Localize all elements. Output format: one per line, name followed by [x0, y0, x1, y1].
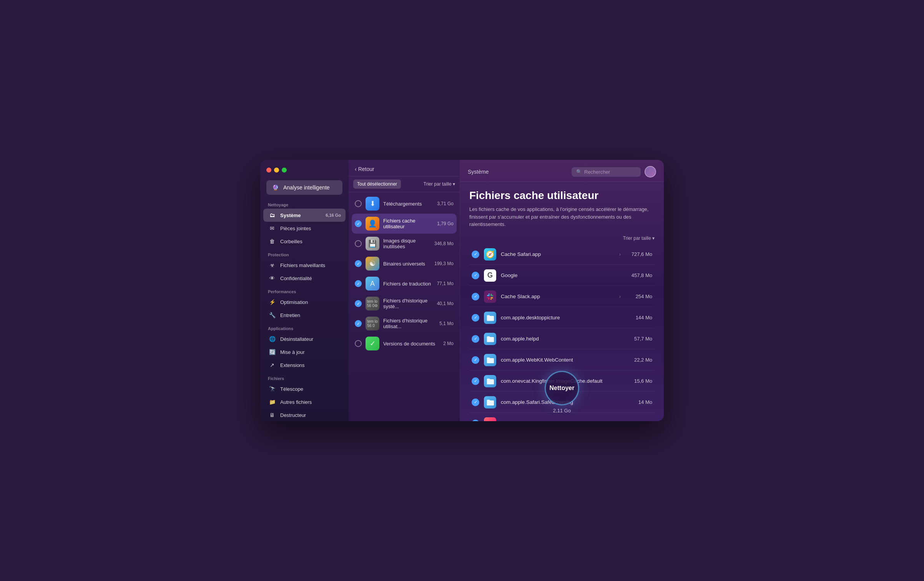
cache-item[interactable]: com.apple.helpd 57,7 Mo — [469, 329, 655, 349]
item-checkbox[interactable] — [355, 340, 362, 347]
pieces-icon: ✉ — [268, 224, 276, 232]
sidebar-item-pieces[interactable]: ✉ Pièces jointes — [263, 222, 346, 235]
cache-checkbox[interactable] — [472, 335, 479, 343]
telescope-icon: 🔭 — [268, 385, 276, 393]
middle-toolbar: Tout désélectionner Trier par taille ▾ — [349, 176, 460, 192]
sort-area: Trier par taille ▾ — [469, 234, 655, 241]
right-sort-button[interactable]: Trier par taille ▾ — [623, 236, 655, 241]
cache-item[interactable]: S Cache Setapp.app › 10,5 Mo — [469, 413, 655, 422]
cache-checkbox[interactable] — [472, 272, 479, 279]
list-item[interactable]: ⬇ Téléchargements 3,71 Go — [352, 194, 457, 214]
cache-item[interactable]: Cache Slack.app › 254 Mo — [469, 287, 655, 307]
item-size: 346,8 Mo — [434, 241, 454, 246]
telescope-label: Télescope — [280, 386, 303, 392]
cache-item[interactable]: 🧭 Cache Safari.app › 727,6 Mo — [469, 244, 655, 265]
cache-checkbox[interactable] — [472, 377, 479, 385]
item-checkbox[interactable] — [355, 200, 362, 207]
item-checkbox[interactable] — [355, 280, 362, 287]
close-button[interactable] — [266, 168, 271, 173]
search-bar[interactable]: 🔍 — [572, 167, 641, 177]
right-header: Système 🔍 — [460, 160, 664, 182]
cache-checkbox[interactable] — [472, 251, 479, 258]
back-button[interactable]: ‹ Retour — [355, 166, 374, 172]
sidebar-item-extensions[interactable]: ↗ Extensions — [263, 359, 346, 372]
section-label-protection: Protection — [263, 248, 346, 259]
list-item[interactable]: A Fichiers de traduction 77,1 Mo — [352, 274, 457, 294]
clean-button[interactable]: Nettoyer — [545, 371, 579, 405]
page-title: Fichiers cache utilisateur — [469, 189, 655, 202]
malveillants-icon: ☣ — [268, 261, 276, 269]
sidebar-item-optimisation[interactable]: ⚡ Optimisation — [263, 295, 346, 309]
chevron-right-icon: › — [619, 252, 621, 257]
cache-checkbox[interactable] — [472, 293, 479, 300]
sidebar-item-telescope[interactable]: 🔭 Télescope — [263, 382, 346, 395]
item-icon-history-user: tem lo56 0 — [366, 317, 379, 330]
cache-item[interactable]: com.apple.desktoppicture 144 Mo — [469, 308, 655, 328]
item-checkbox[interactable] — [355, 300, 362, 307]
analyse-icon: 🔮 — [271, 183, 279, 192]
list-item[interactable]: tem lo56 0 Fichiers d'historique utilisa… — [352, 314, 457, 334]
cache-checkbox[interactable] — [472, 356, 479, 364]
sidebar-item-miseajour[interactable]: 🔄 Mise à jour — [263, 345, 346, 359]
item-size: 199,3 Mo — [434, 261, 454, 266]
sidebar-item-malveillants[interactable]: ☣ Fichiers malveillants — [263, 259, 346, 272]
sidebar-item-entretien[interactable]: 🔧 Entretien — [263, 309, 346, 322]
item-name: Fichiers d'historique systè... — [383, 298, 433, 309]
cache-checkbox[interactable] — [472, 314, 479, 322]
sidebar-item-desinstallateur[interactable]: 🌐 Désinstallateur — [263, 332, 346, 345]
systeme-label: Système — [280, 212, 301, 218]
item-size: 40,1 Mo — [437, 301, 454, 306]
google-icon: G — [484, 269, 496, 282]
maximize-button[interactable] — [282, 168, 287, 173]
app-window: 🔮 Analyse intelligente Nettoyage 🗂 Systè… — [260, 160, 664, 421]
cache-checkbox[interactable] — [472, 420, 479, 422]
sidebar-item-systeme[interactable]: 🗂 Système 6,16 Go — [263, 209, 346, 222]
list-item[interactable]: ✓ Versions de documents 2 Mo — [352, 334, 457, 354]
destructeur-icon: 🖥 — [268, 411, 276, 419]
sidebar-item-confidentialite[interactable]: 👁 Confidentialité — [263, 272, 346, 285]
pieces-label: Pièces jointes — [280, 226, 311, 231]
sidebar-item-autres[interactable]: 📁 Autres fichiers — [263, 395, 346, 408]
extensions-label: Extensions — [280, 362, 305, 368]
sidebar-item-analyse[interactable]: 🔮 Analyse intelligente — [266, 180, 342, 195]
cache-item[interactable]: G Google 457,8 Mo — [469, 266, 655, 286]
destructeur-label: Destructeur — [280, 412, 306, 418]
clean-total: 2,11 Go — [553, 408, 571, 413]
sort-button[interactable]: Trier par taille ▾ — [424, 181, 455, 187]
item-checkbox[interactable] — [355, 320, 362, 327]
deselect-all-button[interactable]: Tout désélectionner — [353, 179, 401, 189]
item-checkbox[interactable] — [355, 220, 362, 227]
item-size: 1,79 Go — [437, 221, 454, 226]
search-input[interactable] — [584, 169, 636, 175]
corbeilles-icon: 🗑 — [268, 237, 276, 246]
minimize-button[interactable] — [274, 168, 279, 173]
sidebar-item-destructeur[interactable]: 🖥 Destructeur — [263, 408, 346, 421]
list-item[interactable]: 👤 Fichiers cache utilisateur 1,79 Go — [352, 214, 457, 234]
cache-name: Cache Safari.app — [501, 251, 615, 257]
system-breadcrumb: Système — [468, 169, 489, 175]
desinstallateur-label: Désinstallateur — [280, 336, 313, 342]
list-item[interactable]: tem lo56 0⚙ Fichiers d'historique systè.… — [352, 294, 457, 314]
list-item[interactable]: ☯ Binaires universels 199,3 Mo — [352, 254, 457, 274]
systeme-size: 6,16 Go — [326, 213, 341, 217]
desinstallateur-icon: 🌐 — [268, 335, 276, 343]
sidebar-item-corbeilles[interactable]: 🗑 Corbeilles — [263, 235, 346, 248]
folder-icon — [484, 312, 496, 324]
middle-list: ⬇ Téléchargements 3,71 Go 👤 Fichiers cac… — [349, 192, 460, 421]
autres-icon: 📁 — [268, 398, 276, 406]
avatar-button[interactable] — [645, 166, 656, 178]
cache-checkbox[interactable] — [472, 398, 479, 406]
list-item[interactable]: 💾 Images disque inutilisées 346,8 Mo — [352, 234, 457, 254]
right-panel: Système 🔍 Fichiers cache utilisateur Les… — [460, 160, 664, 421]
cache-item[interactable]: com.apple.WebKit.WebContent 22,2 Mo — [469, 350, 655, 370]
folder-icon — [484, 354, 496, 366]
miseajour-icon: 🔄 — [268, 348, 276, 356]
autres-label: Autres fichiers — [280, 399, 312, 405]
item-checkbox[interactable] — [355, 260, 362, 267]
cache-name: com.apple.WebKit.WebContent — [501, 357, 621, 363]
chevron-right-icon: › — [619, 294, 621, 299]
item-checkbox[interactable] — [355, 240, 362, 247]
item-name: Fichiers de traduction — [383, 281, 433, 287]
safari-icon: 🧭 — [484, 248, 496, 261]
miseajour-label: Mise à jour — [280, 349, 305, 355]
